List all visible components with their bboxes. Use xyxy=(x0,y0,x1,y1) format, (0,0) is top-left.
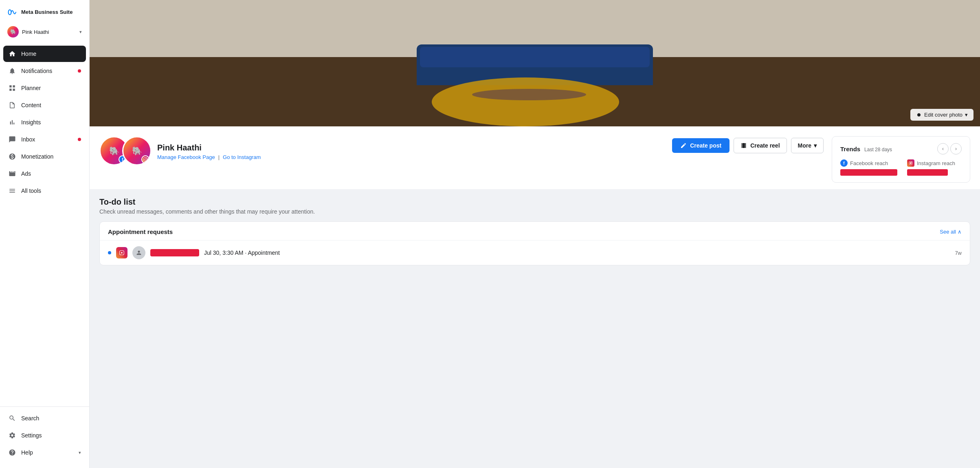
planner-icon xyxy=(8,84,16,92)
todo-subtitle: Check unread messages, comments and othe… xyxy=(99,208,970,215)
svg-point-5 xyxy=(910,163,912,164)
sidebar-item-help[interactable]: Help ▾ xyxy=(3,444,86,461)
trends-period: Last 28 days xyxy=(864,147,892,152)
inbox-badge xyxy=(78,138,81,141)
todo-title: To-do list xyxy=(99,197,970,207)
svg-rect-3 xyxy=(9,89,11,91)
appointment-section-title: Appointment requests xyxy=(108,228,173,235)
trend-facebook-reach: f Facebook reach xyxy=(840,159,897,176)
sidebar-label-monetization: Monetization xyxy=(21,153,53,160)
ads-icon xyxy=(8,170,16,178)
notifications-badge xyxy=(78,69,81,73)
instagram-reach-bar xyxy=(907,169,948,176)
scene-table-top xyxy=(472,89,586,100)
more-button[interactable]: More ▾ xyxy=(791,138,824,153)
sidebar-item-search[interactable]: Search xyxy=(3,410,86,426)
more-label: More xyxy=(798,142,811,149)
appointment-name-redacted xyxy=(150,249,199,256)
svg-point-6 xyxy=(912,162,912,162)
trends-prev-button[interactable]: ‹ xyxy=(937,143,949,155)
see-all-label: See all xyxy=(940,229,956,235)
facebook-icon: f xyxy=(840,159,848,167)
cover-photo: Edit cover photo ▾ xyxy=(90,0,980,126)
edit-cover-button[interactable]: Edit cover photo ▾ xyxy=(910,109,973,121)
go-to-instagram-link[interactable]: Go to Instagram xyxy=(223,154,261,160)
profile-info: Pink Haathi Manage Facebook Page | Go to… xyxy=(157,141,261,160)
trends-nav: ‹ › xyxy=(937,143,962,155)
trends-next-button[interactable]: › xyxy=(950,143,962,155)
trend-instagram-reach: Instagram reach xyxy=(907,159,955,176)
instagram-icon xyxy=(907,159,914,167)
sidebar-item-planner[interactable]: Planner xyxy=(3,80,86,96)
sidebar-item-insights[interactable]: Insights xyxy=(3,114,86,130)
manage-facebook-link[interactable]: Manage Facebook Page xyxy=(157,154,215,160)
appointment-row[interactable]: Jul 30, 3:30 AM · Appointment 7w xyxy=(100,241,970,265)
profile-avatars: 🐘 f 🐘 xyxy=(99,136,152,166)
sidebar-item-settings[interactable]: Settings xyxy=(3,427,86,444)
sidebar-label-all-tools: All tools xyxy=(21,188,41,194)
settings-icon xyxy=(8,431,16,439)
profile-name: Pink Haathi xyxy=(157,143,261,152)
profile-links: Manage Facebook Page | Go to Instagram xyxy=(157,154,261,160)
facebook-reach-bar xyxy=(840,169,897,176)
account-name: Pink Haathi xyxy=(22,29,76,35)
appointment-details: Jul 30, 3:30 AM · Appointment xyxy=(204,249,950,256)
create-post-label: Create post xyxy=(690,142,721,149)
trend-instagram-header: Instagram reach xyxy=(907,159,955,167)
see-all-chevron-icon: ∧ xyxy=(958,229,962,235)
profile-left: 🐘 f 🐘 Pink Haathi Manage Facebook Page |… xyxy=(99,131,261,166)
sidebar-item-ads[interactable]: Ads xyxy=(3,166,86,182)
edit-cover-label: Edit cover photo xyxy=(924,112,962,118)
sidebar-item-notifications[interactable]: Notifications xyxy=(3,63,86,79)
appointment-instagram-icon xyxy=(116,247,127,258)
logo: Meta Business Suite xyxy=(0,0,89,23)
trends-card: Trends Last 28 days ‹ › f Facebook re xyxy=(832,136,970,183)
edit-cover-chevron-icon: ▾ xyxy=(965,112,968,118)
profile-row: 🐘 f 🐘 Pink Haathi Manage Facebook Page |… xyxy=(90,126,980,189)
profile-actions: Create post Create reel More ▾ xyxy=(672,131,824,153)
trends-metrics: f Facebook reach Instagram reach xyxy=(840,159,962,176)
help-icon xyxy=(8,448,16,457)
sidebar-item-home[interactable]: Home xyxy=(3,46,86,62)
profile-right: Create post Create reel More ▾ xyxy=(672,131,970,183)
content-icon xyxy=(8,101,16,109)
sidebar-label-search: Search xyxy=(21,415,39,422)
link-separator: | xyxy=(218,154,220,160)
more-chevron-icon: ▾ xyxy=(814,142,817,149)
sidebar-item-monetization[interactable]: Monetization xyxy=(3,148,86,165)
trends-title-wrapper: Trends Last 28 days xyxy=(840,146,892,152)
appointment-time: Jul 30, 3:30 AM · Appointment xyxy=(204,249,280,256)
trend-facebook-header: f Facebook reach xyxy=(840,159,897,167)
account-selector[interactable]: 🐘 Pink Haathi ▾ xyxy=(3,23,86,41)
help-chevron-icon: ▾ xyxy=(79,450,81,455)
account-chevron-icon: ▾ xyxy=(79,29,82,35)
bell-icon xyxy=(8,67,16,75)
sidebar-item-inbox[interactable]: Inbox xyxy=(3,131,86,148)
sidebar-bottom: Search Settings Help ▾ xyxy=(0,406,89,468)
svg-rect-4 xyxy=(13,89,15,91)
sidebar: Meta Business Suite 🐘 Pink Haathi ▾ Home… xyxy=(0,0,90,468)
home-icon xyxy=(8,50,16,58)
create-reel-label: Create reel xyxy=(750,142,780,149)
see-all-button[interactable]: See all ∧ xyxy=(940,229,962,235)
sidebar-item-all-tools[interactable]: All tools xyxy=(3,183,86,199)
scene-table xyxy=(472,86,586,118)
account-avatar: 🐘 xyxy=(7,26,19,38)
svg-rect-1 xyxy=(9,85,11,87)
sidebar-label-notifications: Notifications xyxy=(21,68,52,74)
facebook-reach-label: Facebook reach xyxy=(850,160,888,166)
create-reel-button[interactable]: Create reel xyxy=(734,138,787,153)
insights-icon xyxy=(8,118,16,126)
create-post-button[interactable]: Create post xyxy=(672,138,730,153)
svg-point-0 xyxy=(9,10,11,15)
search-icon xyxy=(8,414,16,422)
meta-logo-icon xyxy=(7,7,18,18)
sidebar-label-content: Content xyxy=(21,102,41,108)
svg-rect-2 xyxy=(13,85,15,87)
cover-scene xyxy=(90,0,980,126)
sidebar-item-content[interactable]: Content xyxy=(3,97,86,113)
sidebar-label-help: Help xyxy=(21,449,33,456)
main-content: Edit cover photo ▾ 🐘 f 🐘 Pink Haathi xyxy=(90,0,980,468)
sidebar-label-inbox: Inbox xyxy=(21,136,35,143)
content-area: To-do list Check unread messages, commen… xyxy=(90,189,980,274)
